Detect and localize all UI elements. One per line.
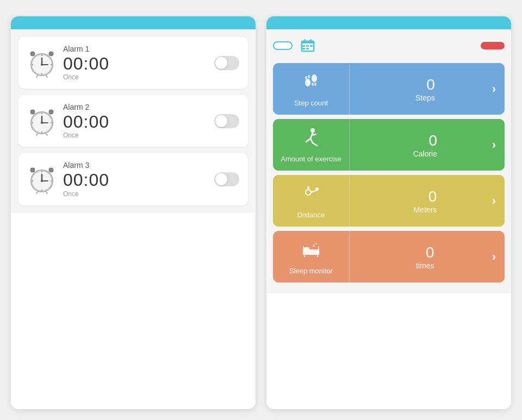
svg-text:z: z [315, 242, 317, 245]
svg-point-10 [41, 64, 43, 66]
alarm-phone-frame: Alarm 1 00:00 Once [11, 16, 256, 409]
svg-line-37 [36, 191, 38, 193]
svg-line-24 [36, 133, 38, 135]
svg-point-48 [305, 79, 310, 86]
clock-icon [27, 106, 57, 136]
svg-point-17 [41, 113, 42, 114]
svg-point-19 [32, 122, 33, 123]
card-values-3: 0 times [416, 244, 434, 270]
svg-line-38 [46, 191, 47, 193]
card-right-1: 0 Calorie › [349, 119, 505, 171]
svg-point-1 [49, 52, 53, 56]
alarm-item-3: Alarm 3 00:00 Once [18, 153, 248, 205]
svg-point-50 [305, 76, 307, 79]
svg-point-62 [307, 186, 309, 189]
card-left-2: Distance [273, 175, 349, 227]
card-unit-2: Meters [413, 205, 437, 214]
card-count-0: 0 [426, 76, 435, 93]
history-button[interactable] [481, 42, 505, 49]
svg-point-51 [308, 75, 310, 78]
card-left-0: Step count [273, 63, 349, 115]
card-label-0: Step count [294, 99, 328, 107]
activity-cards: Step count 0 Steps › Amount of exercise … [273, 63, 505, 287]
sleep-icon: z z [301, 239, 321, 264]
alarm-name-1: Alarm 1 [63, 45, 208, 53]
alarm-toggle-2[interactable] [214, 114, 239, 128]
svg-point-6 [32, 64, 33, 65]
svg-point-27 [49, 168, 53, 172]
alarm-time-3: 00:00 [63, 171, 208, 190]
alarm-info-1: Alarm 1 00:00 Once [63, 45, 208, 81]
card-left-3: z z Sleep monitor [273, 231, 349, 283]
alarm-header [11, 16, 256, 29]
alarm-toggle-1[interactable] [214, 56, 239, 70]
card-values-2: 0 Meters [413, 188, 437, 214]
svg-point-18 [41, 131, 42, 133]
svg-point-60 [306, 190, 311, 195]
alarm-item-2: Alarm 2 00:00 Once [18, 95, 248, 147]
svg-point-4 [41, 54, 42, 55]
svg-point-52 [312, 83, 314, 86]
card-count-1: 0 [428, 132, 437, 149]
svg-point-20 [51, 122, 52, 123]
date-row [273, 36, 505, 55]
clock-icon [27, 165, 57, 194]
svg-rect-44 [306, 45, 309, 47]
activity-card-2[interactable]: Distance 0 Meters › [273, 175, 505, 227]
svg-rect-47 [306, 48, 309, 49]
alarm-panel: Alarm 1 00:00 Once [11, 16, 256, 409]
alarm-repeat-2: Once [63, 131, 208, 139]
card-unit-3: times [416, 261, 434, 270]
svg-rect-69 [304, 255, 305, 257]
card-chevron-2: › [492, 194, 496, 208]
svg-line-11 [36, 75, 38, 77]
card-left-1: Amount of exercise [273, 119, 349, 171]
activities-phone-frame: Step count 0 Steps › Amount of exercise … [266, 16, 511, 409]
card-values-0: 0 Steps [415, 76, 435, 102]
svg-rect-43 [302, 45, 305, 47]
card-chevron-0: › [492, 82, 496, 96]
alarm-info-2: Alarm 2 00:00 Once [63, 103, 208, 139]
svg-point-32 [32, 180, 33, 181]
alarm-list: Alarm 1 00:00 Once [11, 29, 256, 213]
svg-point-30 [41, 171, 42, 172]
svg-rect-42 [310, 39, 312, 42]
card-unit-0: Steps [415, 93, 435, 102]
alarm-toggle-3[interactable] [214, 172, 239, 186]
svg-point-31 [41, 190, 42, 191]
svg-rect-66 [304, 247, 309, 250]
card-label-2: Distance [297, 211, 325, 219]
card-label-3: Sleep monitor [289, 267, 333, 275]
svg-rect-41 [304, 39, 306, 42]
activity-card-0[interactable]: Step count 0 Steps › [273, 63, 505, 115]
activity-card-3[interactable]: z z Sleep monitor 0 times › [273, 231, 505, 283]
activities-header [266, 16, 511, 29]
svg-point-14 [49, 110, 53, 114]
distance-icon [301, 183, 321, 208]
alarm-time-1: 00:00 [63, 54, 208, 73]
activities-body: Step count 0 Steps › Amount of exercise … [266, 29, 511, 293]
alarm-repeat-3: Once [63, 190, 208, 198]
alarm-name-2: Alarm 2 [63, 103, 208, 111]
runner-icon [301, 127, 321, 152]
svg-point-64 [315, 187, 319, 191]
svg-point-5 [41, 73, 42, 74]
card-right-2: 0 Meters › [349, 175, 505, 227]
alarm-item-1: Alarm 1 00:00 Once [18, 37, 248, 89]
date-display[interactable] [273, 41, 293, 50]
svg-point-23 [41, 122, 43, 124]
footprints-icon [301, 71, 321, 96]
calendar-button[interactable] [298, 36, 318, 55]
svg-rect-45 [310, 45, 313, 47]
svg-point-36 [41, 180, 43, 182]
clock-icon [27, 48, 57, 78]
card-right-0: 0 Steps › [349, 63, 505, 115]
card-chevron-1: › [492, 138, 496, 152]
svg-point-26 [30, 168, 35, 172]
activity-card-1[interactable]: Amount of exercise 0 Calorie › [273, 119, 505, 171]
svg-point-53 [314, 83, 316, 86]
alarm-time-2: 00:00 [63, 112, 208, 131]
svg-rect-46 [302, 48, 305, 49]
svg-line-58 [313, 143, 317, 146]
card-chevron-3: › [492, 250, 496, 264]
